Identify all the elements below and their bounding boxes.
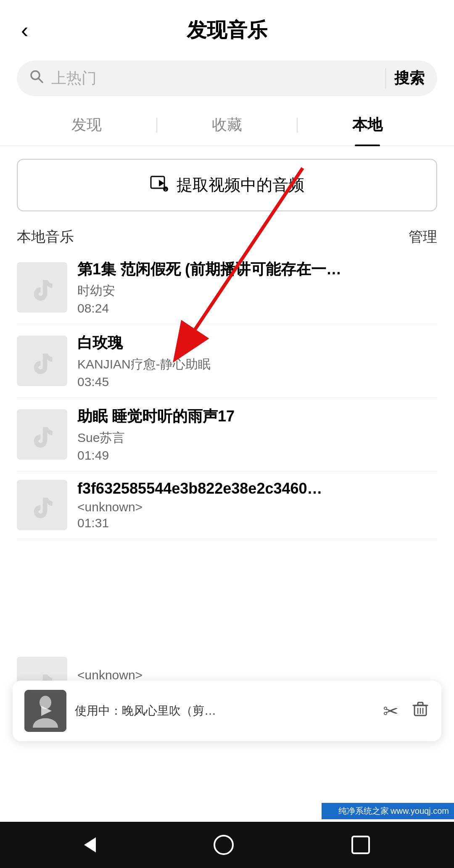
music-thumbnail xyxy=(17,336,67,386)
music-duration: 01:49 xyxy=(77,448,437,463)
svg-line-1 xyxy=(38,78,42,82)
music-info: 助眠 睡觉时听的雨声17 Sue苏言 01:49 xyxy=(77,406,437,463)
music-list: 第1集 范闲假死 (前期播讲可能存在一… 时幼安 08:24 白玫瑰 KANJI… xyxy=(0,251,454,539)
header: ‹ 发现音乐 xyxy=(0,0,454,52)
extract-icon: ♪ xyxy=(150,174,168,196)
svg-rect-11 xyxy=(418,702,423,705)
list-item[interactable]: 助眠 睡觉时听的雨声17 Sue苏言 01:49 xyxy=(17,398,437,471)
music-artist: Sue苏言 xyxy=(77,429,437,447)
list-item[interactable]: 白玫瑰 KANJIAN疗愈-静心助眠 03:45 xyxy=(17,324,437,398)
music-thumbnail xyxy=(17,262,67,313)
now-playing-bar: 使用中：晚风心里吹（剪… ✂ xyxy=(13,681,441,741)
tabs-container: 发现 收藏 本地 xyxy=(0,105,454,146)
music-thumbnail xyxy=(17,480,67,530)
bottom-nav xyxy=(0,822,454,868)
page-title: 发现音乐 xyxy=(187,17,267,44)
music-duration: 08:24 xyxy=(77,301,437,316)
music-title: f3f632585544e3b822e38e2c3460… xyxy=(77,480,437,497)
extract-btn-wrap: ♪ 提取视频中的音频 xyxy=(0,146,454,216)
back-button[interactable]: ‹ xyxy=(21,19,28,41)
now-playing-label: 使用中：晚风心里吹（剪… xyxy=(75,704,216,717)
recent-square-icon xyxy=(351,836,370,854)
music-duration: 03:45 xyxy=(77,375,437,389)
now-playing-thumbnail xyxy=(24,690,66,732)
search-bar-wrap: 上热门 搜索 xyxy=(0,52,454,100)
extract-video-audio-button[interactable]: ♪ 提取视频中的音频 xyxy=(17,159,437,211)
music-title: 助眠 睡觉时听的雨声17 xyxy=(77,406,437,427)
now-playing-info: 使用中：晚风心里吹（剪… xyxy=(75,703,375,719)
nav-recent-button[interactable] xyxy=(351,836,370,854)
extract-label: 提取视频中的音频 xyxy=(177,174,304,196)
music-duration: 01:31 xyxy=(77,516,437,530)
nav-back-button[interactable] xyxy=(84,837,96,852)
home-circle-icon xyxy=(214,835,234,855)
music-thumbnail xyxy=(17,409,67,460)
svg-text:♪: ♪ xyxy=(165,187,167,192)
tab-local[interactable]: 本地 xyxy=(298,105,437,145)
search-icon xyxy=(29,69,44,87)
watermark: 纯净系统之家 www.youqj.com xyxy=(322,803,454,819)
nav-home-button[interactable] xyxy=(214,835,234,855)
tab-discover[interactable]: 发现 xyxy=(17,105,156,145)
music-info: f3f632585544e3b822e38e2c3460… <unknown> … xyxy=(77,480,437,530)
list-item[interactable]: 第1集 范闲假死 (前期播讲可能存在一… 时幼安 08:24 xyxy=(17,251,437,324)
scissors-icon[interactable]: ✂ xyxy=(383,700,399,722)
music-title: 白玫瑰 xyxy=(77,333,437,353)
list-item[interactable]: f3f632585544e3b822e38e2c3460… <unknown> … xyxy=(17,471,437,539)
now-playing-actions: ✂ xyxy=(383,700,430,722)
music-title: 第1集 范闲假死 (前期播讲可能存在一… xyxy=(77,259,437,280)
music-artist: <unknown> xyxy=(77,668,437,682)
manage-button[interactable]: 管理 xyxy=(409,227,437,247)
music-artist: KANJIAN疗愈-静心助眠 xyxy=(77,356,437,373)
delete-icon[interactable] xyxy=(411,700,430,722)
search-placeholder: 上热门 xyxy=(51,68,378,89)
tab-favorites[interactable]: 收藏 xyxy=(157,105,297,145)
music-info: 第1集 范闲假死 (前期播讲可能存在一… 时幼安 08:24 xyxy=(77,259,437,316)
music-artist: <unknown> xyxy=(77,500,437,514)
watermark-text: 纯净系统之家 xyxy=(338,805,389,817)
svg-marker-3 xyxy=(159,180,164,187)
watermark-url: www.youqj.com xyxy=(391,806,449,816)
back-triangle-icon xyxy=(84,837,96,852)
music-artist: 时幼安 xyxy=(77,282,437,300)
search-bar[interactable]: 上热门 搜索 xyxy=(17,60,437,96)
music-info: 白玫瑰 KANJIAN疗愈-静心助眠 03:45 xyxy=(77,333,437,389)
svg-rect-17 xyxy=(327,806,337,816)
local-music-section-header: 本地音乐 管理 xyxy=(0,216,454,251)
search-button[interactable]: 搜索 xyxy=(385,68,425,89)
local-music-title: 本地音乐 xyxy=(17,227,74,247)
